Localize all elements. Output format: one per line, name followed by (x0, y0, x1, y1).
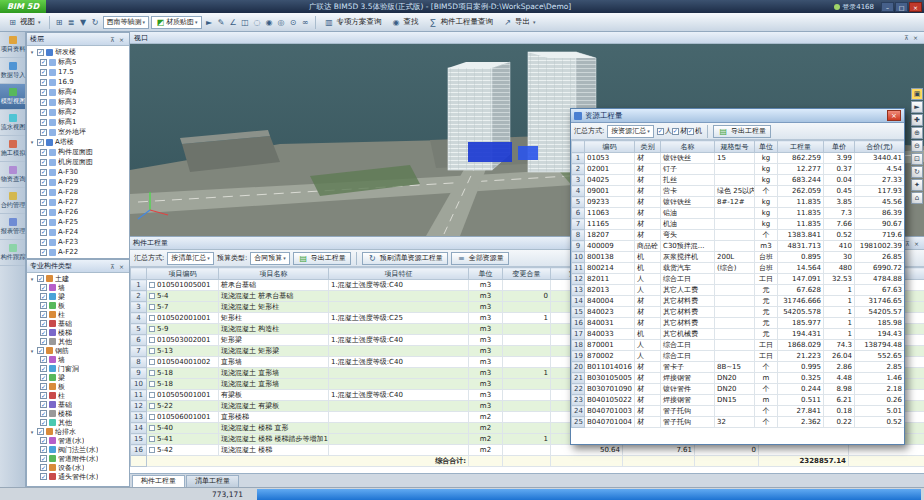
minimize-button[interactable]: – (881, 2, 894, 12)
expander-icon[interactable]: ▾ (29, 49, 35, 55)
resource-summary-select[interactable]: 按资源汇总 ▾ (607, 125, 654, 138)
tree-item[interactable]: ✓梁 (27, 373, 129, 382)
column-header[interactable]: 类别 (635, 141, 661, 153)
checkbox[interactable]: ✓ (40, 302, 47, 309)
tree-item[interactable]: ✓楼梯 (27, 409, 129, 418)
checkbox[interactable]: ✓ (37, 428, 44, 435)
row-checkbox[interactable] (149, 304, 155, 310)
hide-icon[interactable]: ◌ (252, 17, 263, 28)
close-button[interactable]: × (909, 2, 922, 12)
column-header[interactable]: 规格型号 (715, 141, 755, 153)
toolbar-action-search[interactable]: ◉查找 (387, 15, 423, 30)
tree-item[interactable]: ✓柱 (27, 310, 129, 319)
tree-item[interactable]: ✓墙 (27, 283, 129, 292)
view-cube-button[interactable]: ▣ (911, 88, 923, 100)
checkbox[interactable]: ✓ (40, 329, 47, 336)
tree-item[interactable]: ✓A-F29 (27, 177, 129, 187)
checkbox[interactable]: ✓ (40, 239, 47, 246)
tree-item[interactable]: ✓A-F27 (27, 197, 129, 207)
nav-tab-3[interactable]: 流水视图 (0, 110, 25, 136)
row-checkbox[interactable] (149, 282, 155, 288)
column-header[interactable]: 名称 (661, 141, 715, 153)
settings-icon[interactable]: ⊙ (288, 17, 299, 28)
link-icon[interactable]: ∞ (300, 17, 311, 28)
close-button[interactable]: × (887, 110, 901, 121)
table-row[interactable]: 509233材镀锌铁丝8#-12#kg11.8353.8545.56 (572, 197, 905, 208)
checkbox[interactable]: ✓ (40, 99, 47, 106)
tree-item[interactable]: ✓板 (27, 382, 129, 391)
table-row[interactable]: 101053材镀锌铁丝15kg862.2593.993440.41 (572, 153, 905, 164)
table-row[interactable]: 19870002人综合工日工日21.22326.04552.65 (572, 351, 905, 362)
nav-tab-2[interactable]: 模型视图 (0, 84, 25, 110)
tree-item[interactable]: ✓机房屋面图 (27, 157, 129, 167)
material-mode-select[interactable]: ◩ 材质贴图 ▾ (151, 16, 202, 29)
tree-item[interactable]: ✓柱 (27, 391, 129, 400)
resource-filter-机[interactable]: ✓机 (687, 126, 702, 136)
tree-item[interactable]: ✓基础 (27, 400, 129, 409)
table-row[interactable]: 202001材钉子kg12.2770.374.54 (572, 164, 905, 175)
tree-item[interactable]: ✓标高4 (27, 87, 129, 97)
table-row[interactable]: 409001材营卡绿色 25以内个262.0590.45117.93 (572, 186, 905, 197)
maximize-button[interactable]: □ (895, 2, 908, 12)
checkbox[interactable]: ✓ (40, 446, 47, 453)
table-row[interactable]: 25B040701004材管子托钩32个2.3620.220.52 (572, 417, 905, 428)
nav-tab-5[interactable]: 物资查询 (0, 162, 25, 188)
checkbox[interactable]: ✓ (40, 419, 47, 426)
tree-item[interactable]: ✓A-F22 (27, 247, 129, 257)
checkbox[interactable]: ✓ (40, 356, 47, 363)
toolbar-action-export[interactable]: ↗导出▾ (498, 15, 540, 30)
tree-item[interactable]: ✓板 (27, 301, 129, 310)
table-row[interactable]: 24B040701003材管子托钩个27.8410.185.01 (572, 406, 905, 417)
column-header[interactable]: 单位 (469, 268, 503, 280)
checkbox[interactable]: ✓ (40, 229, 47, 236)
walk-button[interactable]: ✦ (911, 179, 923, 191)
checkbox[interactable]: ✓ (40, 129, 47, 136)
table-row[interactable]: 1282011人综合工日工日147.09132.534784.88 (572, 274, 905, 285)
table-row[interactable]: 22B030701090材镀锌管件DN20个0.2448.982.18 (572, 384, 905, 395)
checkbox[interactable]: ✓ (40, 209, 47, 216)
checkbox[interactable]: ✓ (40, 199, 47, 206)
tree-item[interactable]: ✓其他 (27, 418, 129, 427)
table-row[interactable]: 304025材扎丝kg683.2440.0427.33 (572, 175, 905, 186)
tree-item[interactable]: ✓标高1 (27, 117, 129, 127)
checkbox[interactable]: ✓ (40, 410, 47, 417)
table-row[interactable]: 165-42现浇混凝土 楼梯m250.647.610 (131, 445, 924, 456)
budget-type-select[interactable]: 合同预算 ▾ (250, 252, 290, 265)
checkbox[interactable]: ✓ (40, 189, 47, 196)
summary-mode-select[interactable]: 按清单汇总 ▾ (167, 252, 214, 265)
tree-item[interactable]: ✓室外地坪 (27, 127, 129, 137)
checkbox[interactable]: ✓ (40, 119, 47, 126)
table-row[interactable]: 1382013人其它人工费元67.628167.63 (572, 285, 905, 296)
nav-tab-8[interactable]: 构件跟踪 (0, 240, 25, 266)
export-resource-button[interactable]: ▤ 导出工程量 (713, 125, 771, 138)
close-icon[interactable]: × (117, 36, 126, 43)
section-icon[interactable]: ◫ (240, 17, 251, 28)
table-row[interactable]: 9400009商品砼C30预拌混...m34831.7134101981002.… (572, 241, 905, 252)
view-mode-select[interactable]: 西南等轴测 ▾ (103, 16, 150, 29)
expander-icon[interactable]: ▾ (29, 139, 35, 145)
isolate-icon[interactable]: ◉ (264, 17, 275, 28)
column-header[interactable]: 单位 (755, 141, 778, 153)
nav-tab-4[interactable]: 施工模拟 (0, 136, 25, 162)
expander-icon[interactable]: ▾ (29, 276, 35, 282)
tree-group[interactable]: ▾✓土建 (27, 274, 129, 283)
pin-icon[interactable]: ⊼ (108, 263, 117, 270)
tree-item[interactable]: ✓标高2 (27, 107, 129, 117)
login-status[interactable]: 登录4168 (834, 2, 874, 12)
checkbox[interactable]: ✓ (40, 437, 47, 444)
zoom-fit-button[interactable]: ⊡ (911, 153, 923, 165)
tab-0[interactable]: 构件工程量 (132, 475, 185, 487)
tree-item[interactable]: ✓A-F28 (27, 187, 129, 197)
camera-icon[interactable]: ◎ (276, 17, 287, 28)
row-checkbox[interactable] (149, 359, 155, 365)
checkbox[interactable]: ✓ (40, 464, 47, 471)
zoom-out-button[interactable]: ⊖ (911, 140, 923, 152)
row-checkbox[interactable] (149, 326, 155, 332)
checkbox[interactable]: ✓ (40, 59, 47, 66)
close-icon[interactable]: × (911, 34, 920, 41)
tree-group[interactable]: ▾✓钢筋 (27, 346, 129, 355)
resource-filter-材[interactable]: ✓材 (672, 126, 687, 136)
refresh-icon[interactable]: ↻ (90, 17, 101, 28)
all-resource-button[interactable]: ≡ 全部资源量 (451, 252, 509, 265)
row-checkbox[interactable] (149, 337, 155, 343)
